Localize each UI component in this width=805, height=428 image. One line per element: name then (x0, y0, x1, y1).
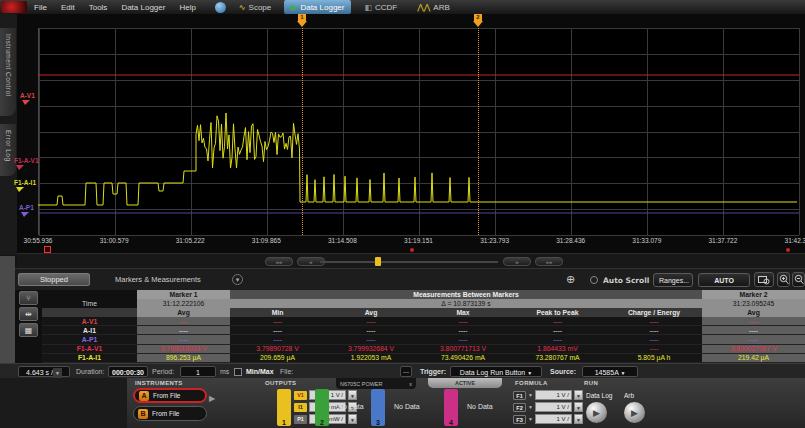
x-tick-label: 30:55.936 (24, 237, 53, 244)
period-input[interactable]: 1 (180, 366, 216, 377)
view-dropdown-icon[interactable]: ▾ (232, 274, 243, 285)
marker2-value[interactable]: ---- (702, 317, 805, 325)
f2-range-value[interactable]: 1 V / (535, 402, 572, 412)
scroll-track[interactable] (320, 261, 498, 263)
output-4-bar[interactable]: 4 (444, 389, 458, 426)
setup-icon-button[interactable]: ⑂ (19, 291, 38, 305)
info-icon[interactable] (215, 2, 226, 13)
menu-item-edit[interactable]: Edit (54, 3, 82, 12)
run-arb-button[interactable]: ▶ (624, 402, 645, 423)
chevron-down-icon[interactable]: ▼ (574, 402, 583, 412)
f3-range-value[interactable]: 1 V / (535, 414, 572, 424)
table-body: A-V1----------------------------A-I1----… (42, 317, 805, 363)
marker1-value[interactable]: 3.798018033 V (137, 345, 230, 353)
chevron-down-icon[interactable]: ▼ (574, 414, 583, 424)
instrument-b[interactable]: BFrom File (133, 406, 207, 421)
tab-data-logger[interactable]: ▶Data Logger (284, 0, 351, 14)
menu-item-file[interactable]: File (27, 3, 54, 12)
menu-item-data-logger[interactable]: Data Logger (114, 3, 172, 12)
table-row-a-i1[interactable]: A-I1---------------------------- (42, 326, 805, 335)
cell-peak-to-peak: ---- (509, 326, 606, 334)
marker1-value[interactable]: ---- (137, 326, 230, 334)
play-icon: ▶ (291, 3, 297, 12)
instruments-header: INSTRUMENTS (135, 380, 183, 386)
auto-scale-button[interactable]: AUTO SCALE (698, 273, 750, 287)
auto-scroll-icon[interactable] (590, 276, 598, 284)
formula-header: FORMULA (515, 380, 548, 386)
app-tabs: ∿Scope▶Data Logger◧CCDF⋀⋀ARB (232, 0, 457, 14)
marker1-value[interactable]: ---- (137, 317, 230, 325)
marker-2-flag[interactable]: 2 (473, 14, 483, 27)
x-tick-label: 31:09.865 (252, 237, 281, 244)
formula-row-f3: F3▼1 V /▼ (513, 414, 583, 424)
more-button[interactable]: ... (400, 366, 412, 377)
menu-item-help[interactable]: Help (172, 3, 202, 12)
scroll-far-left-button[interactable]: «« (265, 257, 293, 266)
output-3-bar[interactable]: 3 (371, 389, 385, 426)
marker2-value[interactable]: ---- (702, 335, 805, 343)
output-1-bar[interactable]: 1 (277, 389, 291, 426)
chevron-down-icon[interactable]: ▼ (528, 404, 533, 410)
pan-icon[interactable]: ⊕ (566, 273, 575, 286)
marker2-value[interactable]: 219.42 µA (702, 354, 805, 362)
chevron-down-icon[interactable]: ▼ (348, 390, 357, 400)
table-row-f1-a-v1[interactable]: F1-A-V13.798018033 V3.79890728 V3.799932… (42, 345, 805, 354)
marker1-title[interactable]: Marker 1 (137, 290, 230, 299)
marker1-value[interactable]: 896.253 µA (137, 354, 230, 362)
ranges-button[interactable]: Ranges... (653, 273, 693, 287)
marker2-value[interactable]: ---- (702, 326, 805, 334)
output-2-bar[interactable]: 2 (315, 389, 329, 426)
scroll-right-button[interactable]: » (503, 257, 531, 266)
source-dropdown[interactable]: 14585A ▼ (582, 366, 638, 377)
close-icon[interactable]: x (409, 381, 412, 387)
sidebar-tab-instrument-control[interactable]: Instrument Control (0, 28, 16, 116)
marker1-value[interactable]: ---- (137, 335, 230, 343)
expand-arrow-icon[interactable]: ▶ (209, 394, 215, 403)
period-unit: ms (220, 366, 229, 377)
cell-min: ---- (230, 326, 325, 334)
marker-1-flag[interactable]: 1 (297, 14, 307, 27)
scale-dropdown[interactable]: 4.643 s /▼ (18, 366, 70, 377)
source-label: Source: (550, 366, 576, 377)
minmax-checkbox[interactable] (234, 368, 242, 376)
tab-ccdf[interactable]: ◧CCDF (357, 0, 404, 14)
instrument-a[interactable]: AFrom File (133, 388, 207, 403)
run-data-log-button[interactable]: ▶ (586, 402, 607, 423)
time-label: Time (42, 299, 137, 308)
tab-arb[interactable]: ⋀⋀ARB (410, 0, 457, 14)
x-tick-label: 31:05.222 (176, 237, 205, 244)
duration-value[interactable]: 000:00:30 (108, 366, 148, 377)
auto-scroll-label[interactable]: Auto Scroll (603, 276, 649, 285)
menu-item-tools[interactable]: Tools (82, 3, 115, 12)
plot-area[interactable] (38, 28, 799, 235)
gridline-h (39, 80, 799, 81)
marker2-title[interactable]: Marker 2 (702, 290, 805, 299)
gridline-h (39, 106, 799, 107)
table-row-f1-a-i1[interactable]: F1-A-I1896.253 µA209.659 µA1.922053 mA73… (42, 354, 805, 363)
zoom-out-button[interactable] (792, 272, 805, 287)
f1-range-value[interactable]: 1 V / (535, 390, 572, 400)
table-row-a-v1[interactable]: A-V1---------------------------- (42, 317, 805, 326)
chevron-down-icon[interactable]: ▼ (574, 390, 583, 400)
zoom-in-button[interactable] (777, 272, 790, 287)
zoom-region-button[interactable] (754, 272, 774, 287)
scroll-far-right-button[interactable]: »» (535, 257, 563, 266)
gridline-h (39, 183, 799, 184)
tab-scope[interactable]: ∿Scope (232, 0, 278, 14)
chevron-down-icon[interactable]: ▼ (348, 414, 357, 424)
marker2-value[interactable]: 3.800027087 V (702, 345, 805, 353)
chevron-down-icon[interactable]: ▼ (528, 392, 533, 398)
grid-icon-button[interactable]: ▦ (19, 323, 38, 337)
markers-icon-button[interactable]: ⇹ (19, 307, 38, 321)
scroll-handle[interactable] (375, 257, 381, 266)
chevron-down-icon[interactable]: ▼ (528, 416, 533, 422)
i1-chip: I1 (294, 403, 307, 412)
active-tab[interactable]: ACTIVE (428, 378, 502, 388)
cell-min: ---- (230, 317, 325, 325)
instrument-tab[interactable]: N6705C POWERx (336, 378, 416, 389)
trigger-dropdown[interactable]: Data Log Run Button ▼ (450, 366, 542, 377)
table-row-a-p1[interactable]: A-P1---------------------------- (42, 335, 805, 344)
stopped-button[interactable]: Stopped (18, 273, 90, 286)
view-selector-label[interactable]: Markers & Measurements (115, 275, 201, 284)
channel-label-f1-a-i1: F1-A-I1 (14, 179, 36, 192)
